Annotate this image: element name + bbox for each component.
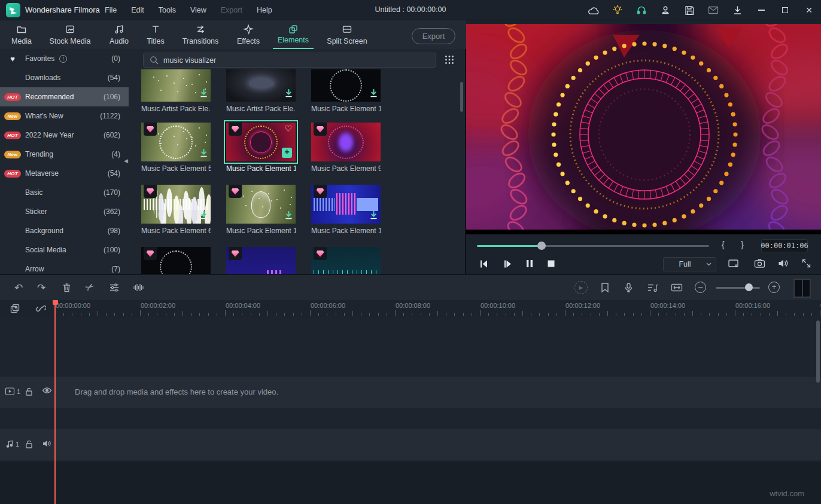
adjust-settings-icon[interactable]: [109, 282, 120, 295]
download-center-icon[interactable]: [725, 0, 749, 20]
element-card-music-pack-element-10[interactable]: ♡+Music Pack Element 10: [226, 123, 296, 173]
hide-track-eye-icon[interactable]: [42, 387, 52, 394]
element-thumbnail[interactable]: [226, 69, 296, 102]
element-thumbnail[interactable]: [141, 123, 211, 161]
tab-effects[interactable]: Effects: [230, 20, 267, 49]
element-card-music-pack-element-19[interactable]: Music Pack Element 19: [311, 185, 381, 235]
cloud-icon[interactable]: [582, 0, 606, 20]
sidebar-item-downloads[interactable]: Downloads(54): [0, 68, 129, 87]
dual-screen-icon[interactable]: [728, 258, 740, 272]
timeline-ruler[interactable]: 00:00:00:0000:00:02:0000:00:04:0000:00:0…: [0, 300, 821, 317]
add-to-timeline-button[interactable]: +: [282, 148, 292, 158]
play-button[interactable]: [503, 259, 513, 271]
element-thumbnail[interactable]: [311, 247, 381, 274]
sidebar-item-recommended[interactable]: HOTRecommended(106): [0, 87, 129, 106]
seek-bar[interactable]: [477, 245, 709, 247]
favorite-heart-icon[interactable]: ♡: [284, 124, 292, 133]
tips-bulb-icon[interactable]: [606, 0, 630, 20]
elements-scrollbar[interactable]: [460, 82, 463, 112]
menu-tools[interactable]: Tools: [159, 6, 176, 14]
marker-icon[interactable]: [600, 282, 610, 296]
download-icon[interactable]: [370, 211, 378, 222]
tab-audio[interactable]: Audio: [103, 20, 135, 49]
stop-button[interactable]: [547, 259, 555, 271]
sidebar-item-background[interactable]: Background(98): [0, 221, 129, 240]
element-thumbnail[interactable]: ♡+: [226, 123, 296, 161]
element-card[interactable]: [226, 247, 296, 274]
element-card[interactable]: [141, 247, 211, 274]
element-card-music-pack-element-6[interactable]: Music Pack Element 6: [141, 185, 211, 235]
audio-stretch-icon[interactable]: [132, 282, 144, 295]
tab-split-screen[interactable]: Split Screen: [321, 20, 373, 49]
download-icon[interactable]: [200, 149, 208, 160]
element-thumbnail[interactable]: [311, 185, 381, 224]
tab-transitions[interactable]: Transitions: [177, 20, 224, 49]
download-icon[interactable]: [285, 89, 293, 100]
element-thumbnail[interactable]: [141, 69, 211, 102]
sidebar-item-trending[interactable]: NewTrending(4): [0, 145, 129, 164]
sidebar-item-favorites[interactable]: ♥Favorites!(0): [0, 49, 129, 68]
record-voiceover-icon[interactable]: [624, 282, 634, 296]
sidebar-item-what-s-new[interactable]: NewWhat's New(1122): [0, 106, 129, 126]
tab-stock-media[interactable]: Stock Media: [43, 20, 97, 49]
volume-icon[interactable]: [777, 258, 789, 271]
timeline-zoom-slider[interactable]: [716, 287, 760, 289]
element-card-music-pack-element-5[interactable]: Music Pack Element 5: [141, 123, 211, 173]
redo-icon[interactable]: ↷: [37, 283, 45, 293]
zoom-out-icon[interactable]: –: [695, 282, 706, 293]
sidebar-item-social-media[interactable]: Social Media(100): [0, 240, 129, 259]
menu-edit[interactable]: Edit: [131, 6, 144, 14]
element-card[interactable]: [311, 247, 381, 274]
sidebar-item-metaverse[interactable]: HOTMetaverse(54): [0, 164, 129, 183]
undo-icon[interactable]: ↶: [14, 283, 23, 293]
auto-ripple-link-icon[interactable]: [35, 303, 46, 316]
lock-track-icon[interactable]: [25, 387, 33, 396]
menu-help[interactable]: Help: [257, 6, 272, 14]
playhead[interactable]: [54, 300, 56, 504]
download-icon[interactable]: [200, 89, 208, 100]
element-thumbnail[interactable]: [141, 247, 211, 274]
menu-view[interactable]: View: [190, 6, 206, 14]
save-project-icon[interactable]: [677, 0, 701, 20]
element-thumbnail[interactable]: [226, 185, 296, 224]
element-card-music-artist-pack-ele[interactable]: Music Artist Pack Ele...: [226, 69, 296, 113]
sidebar-collapse-arrow[interactable]: ◀: [124, 158, 128, 164]
tab-media[interactable]: Media: [7, 20, 36, 49]
element-thumbnail[interactable]: [141, 185, 211, 224]
render-preview-icon[interactable]: ▶: [574, 281, 588, 294]
tab-elements[interactable]: Elements: [273, 20, 314, 49]
export-button[interactable]: Export: [412, 28, 455, 44]
info-icon[interactable]: !: [59, 55, 67, 63]
close-button[interactable]: ✕: [797, 0, 821, 20]
fullscreen-icon[interactable]: [801, 258, 811, 271]
search-input[interactable]: [163, 56, 415, 65]
snapshot-camera-icon[interactable]: [754, 258, 765, 271]
zoom-in-icon[interactable]: +: [768, 282, 780, 293]
minimize-button[interactable]: [749, 0, 773, 20]
sidebar-item-basic[interactable]: Basic(170): [0, 183, 129, 202]
manage-tracks-icon[interactable]: [10, 303, 20, 316]
playhead-marker[interactable]: [53, 300, 58, 305]
mute-track-icon[interactable]: [42, 439, 51, 448]
audio-track[interactable]: 1: [0, 429, 821, 460]
mark-out-button[interactable]: }: [741, 240, 744, 249]
sidebar-item-sticker[interactable]: Sticker(362): [0, 202, 129, 221]
lock-track-icon[interactable]: [25, 439, 33, 449]
download-icon[interactable]: [200, 211, 208, 222]
seek-handle[interactable]: [537, 242, 546, 250]
pause-button[interactable]: [525, 259, 534, 271]
timeline-zoom-handle[interactable]: [745, 283, 753, 291]
maximize-button[interactable]: [773, 0, 797, 20]
element-thumbnail[interactable]: [226, 247, 296, 274]
track-view-toggle[interactable]: [793, 279, 811, 298]
delete-icon[interactable]: [62, 282, 72, 295]
menu-export[interactable]: Export: [221, 6, 242, 14]
support-headset-icon[interactable]: [630, 0, 653, 20]
feedback-mail-icon[interactable]: [701, 0, 725, 20]
element-card-music-pack-element-18[interactable]: Music Pack Element 18: [311, 69, 381, 113]
download-icon[interactable]: [285, 211, 293, 222]
tab-titles[interactable]: Titles: [139, 20, 172, 49]
grid-view-icon[interactable]: [445, 55, 454, 67]
menu-file[interactable]: File: [105, 6, 117, 14]
account-icon[interactable]: [653, 0, 677, 20]
